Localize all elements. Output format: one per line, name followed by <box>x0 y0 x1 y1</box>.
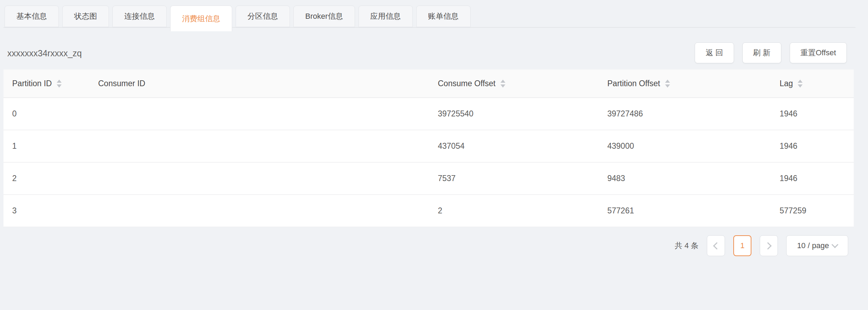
cell-partition-id: 1 <box>3 130 89 162</box>
table-row: 0 39725540 39727486 1946 <box>3 98 854 130</box>
column-header-label: Partition Offset <box>607 79 660 88</box>
pagination-next-button[interactable] <box>760 235 778 256</box>
sorter[interactable] <box>798 80 803 88</box>
back-button[interactable]: 返 回 <box>695 42 734 63</box>
chevron-left-icon <box>713 242 720 249</box>
cell-lag: 1946 <box>771 163 854 194</box>
sorter[interactable] <box>500 80 505 88</box>
cell-lag: 1946 <box>771 98 854 130</box>
tab-app-info[interactable]: 应用信息 <box>358 6 413 27</box>
cell-consume-offset: 437054 <box>429 130 599 162</box>
page-size-value: 10 / page <box>797 241 829 250</box>
tab-billing-info[interactable]: 账单信息 <box>416 6 471 27</box>
table-row: 3 2 577261 577259 <box>3 195 854 227</box>
tab-bar: 基本信息 状态图 连接信息 消费组信息 分区信息 Broker信息 应用信息 账… <box>5 6 471 31</box>
sort-caret-up-icon <box>665 80 670 83</box>
tab-status-chart[interactable]: 状态图 <box>62 6 109 27</box>
table-row: 1 437054 439000 1946 <box>3 130 854 163</box>
sorter[interactable] <box>665 80 670 88</box>
sort-caret-up-icon <box>798 80 803 83</box>
page: 基本信息 状态图 连接信息 消费组信息 分区信息 Broker信息 应用信息 账… <box>0 0 868 310</box>
cell-consumer-id <box>89 130 429 162</box>
cell-consumer-id <box>89 195 429 227</box>
chevron-right-icon <box>764 242 772 249</box>
cell-consumer-id <box>89 98 429 130</box>
toolbar-actions: 返 回 刷 新 重置Offset <box>695 42 847 63</box>
column-header-partition-offset[interactable]: Partition Offset <box>599 70 771 97</box>
tab-broker-info[interactable]: Broker信息 <box>293 6 355 27</box>
sort-caret-down-icon <box>500 84 505 88</box>
sort-caret-up-icon <box>500 80 505 83</box>
cell-consumer-id <box>89 163 429 194</box>
column-header-label: Consumer ID <box>98 79 145 88</box>
column-header-label: Consume Offset <box>438 79 496 88</box>
page-size-select[interactable]: 10 / page <box>786 235 848 256</box>
topic-name: xxxxxxx34rxxxx_zq <box>7 48 82 58</box>
column-header-label: Lag <box>780 79 793 88</box>
sort-caret-up-icon <box>57 80 62 83</box>
cell-lag: 1946 <box>771 130 854 162</box>
chevron-down-icon <box>831 241 838 248</box>
cell-lag: 577259 <box>771 195 854 227</box>
table-row: 2 7537 9483 1946 <box>3 163 854 195</box>
sort-caret-down-icon <box>57 84 62 88</box>
table-header-row: Partition ID Consumer ID Consume Offset … <box>3 70 854 98</box>
sorter[interactable] <box>57 80 62 88</box>
cell-partition-id: 3 <box>3 195 89 227</box>
cell-partition-offset: 439000 <box>599 130 771 162</box>
column-header-consumer-id: Consumer ID <box>89 70 429 97</box>
reset-offset-button[interactable]: 重置Offset <box>790 42 847 63</box>
tab-connection-info[interactable]: 连接信息 <box>112 6 167 27</box>
cell-partition-offset: 9483 <box>599 163 771 194</box>
pagination-page-1-button[interactable]: 1 <box>733 235 751 256</box>
sort-caret-down-icon <box>798 84 803 88</box>
refresh-button[interactable]: 刷 新 <box>742 42 781 63</box>
pagination-total: 共 4 条 <box>675 240 699 251</box>
column-header-label: Partition ID <box>12 79 52 88</box>
cell-partition-offset: 39727486 <box>599 98 771 130</box>
cell-consume-offset: 39725540 <box>429 98 599 130</box>
column-header-partition-id[interactable]: Partition ID <box>3 70 89 97</box>
cell-partition-id: 2 <box>3 163 89 194</box>
pagination-prev-button[interactable] <box>707 235 725 256</box>
cell-partition-id: 0 <box>3 98 89 130</box>
cell-consume-offset: 7537 <box>429 163 599 194</box>
tab-partition-info[interactable]: 分区信息 <box>236 6 290 27</box>
column-header-lag[interactable]: Lag <box>771 70 854 97</box>
pagination: 共 4 条 1 10 / page <box>675 235 848 256</box>
column-header-consume-offset[interactable]: Consume Offset <box>429 70 599 97</box>
tab-basic-info[interactable]: 基本信息 <box>5 6 59 27</box>
tab-consumer-group-info[interactable]: 消费组信息 <box>170 6 232 31</box>
consumer-group-table: Partition ID Consumer ID Consume Offset … <box>3 70 854 227</box>
sort-caret-down-icon <box>665 84 670 88</box>
cell-consume-offset: 2 <box>429 195 599 227</box>
cell-partition-offset: 577261 <box>599 195 771 227</box>
